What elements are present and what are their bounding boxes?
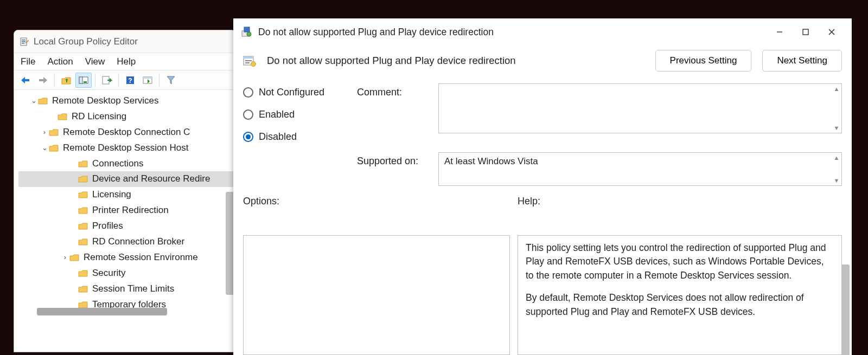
folder-icon (58, 112, 68, 121)
menu-help[interactable]: Help (117, 56, 136, 67)
options-label: Options: (243, 196, 510, 229)
tree-label: Licensing (92, 187, 131, 203)
window-close-button[interactable] (819, 21, 844, 43)
help-label: Help: (518, 196, 842, 229)
svg-rect-11 (143, 77, 152, 79)
radio-icon (243, 132, 253, 142)
folder-icon (49, 127, 60, 137)
supported-on-textbox: At least Windows Vista ▲ ▼ (438, 152, 842, 186)
chevron-down-icon[interactable]: ⌄ (40, 142, 49, 154)
next-setting-button[interactable]: Next Setting (762, 50, 842, 72)
tree-label: Session Time Limits (92, 281, 174, 297)
tree-item-security[interactable]: Security (18, 266, 235, 281)
tree-label: Remote Desktop Session Host (63, 140, 189, 156)
folder-icon (78, 284, 89, 294)
menu-view[interactable]: View (85, 56, 105, 67)
radio-label: Not Configured (259, 87, 324, 98)
supported-on-label: Supported on: (357, 152, 433, 167)
scroll-down-icon[interactable]: ▼ (833, 177, 840, 184)
tree-horizontal-scrollbar[interactable] (37, 308, 167, 315)
folder-icon (78, 159, 89, 169)
svg-rect-16 (803, 29, 808, 35)
toolbar-properties-icon[interactable] (139, 73, 156, 88)
toolbar-help-icon[interactable]: ? (122, 73, 138, 88)
radio-label: Disabled (259, 131, 297, 143)
dialog-title: Do not allow supported Plug and Play dev… (258, 27, 766, 38)
svg-rect-3 (22, 43, 24, 44)
options-box (243, 235, 510, 355)
svg-rect-6 (84, 81, 87, 83)
tree-item-printer-redirection[interactable]: Printer Redirection (18, 203, 235, 218)
folder-icon (69, 253, 80, 262)
tree-item-connections[interactable]: Connections (18, 156, 235, 172)
chevron-right-icon[interactable]: › (40, 126, 49, 138)
svg-rect-5 (79, 77, 82, 83)
tree-item-licensing[interactable]: Licensing (18, 187, 235, 203)
tree-item-rd-connection-broker[interactable]: RD Connection Broker (18, 234, 235, 250)
comment-label: Comment: (357, 83, 433, 98)
window-maximize-button[interactable] (793, 21, 818, 43)
gpedit-tree[interactable]: ⌄ Remote Desktop Services RD Licensing ›… (14, 90, 235, 315)
tree-label: Printer Redirection (92, 203, 169, 218)
dialog-title-icon (241, 26, 253, 38)
radio-label: Enabled (259, 109, 295, 120)
folder-icon (78, 190, 89, 200)
folder-icon (78, 222, 89, 231)
tree-label: Remote Desktop Connection C (63, 125, 190, 140)
textbox-scrollbar[interactable]: ▲ ▼ (833, 154, 840, 184)
radio-not-configured[interactable]: Not Configured (243, 87, 352, 98)
tree-item-profiles[interactable]: Profiles (18, 218, 235, 234)
scroll-up-icon[interactable]: ▲ (833, 154, 840, 161)
svg-point-14 (247, 32, 251, 36)
toolbar-back-icon[interactable] (17, 73, 34, 88)
gpedit-window: Local Group Policy Editor File Action Vi… (14, 30, 236, 352)
tree-item-session-time-limits[interactable]: Session Time Limits (18, 281, 235, 297)
gpedit-title: Local Group Policy Editor (34, 36, 138, 47)
dialog-vertical-scrollbar[interactable] (841, 264, 850, 355)
window-minimize-button[interactable] (767, 21, 792, 43)
gpedit-toolbar: ? (14, 70, 235, 90)
dialog-header: Do not allow supported Plug and Play dev… (243, 50, 842, 72)
svg-rect-22 (245, 62, 250, 63)
svg-point-23 (251, 62, 256, 67)
svg-rect-1 (22, 40, 25, 41)
dialog-titlebar: Do not allow supported Plug and Play dev… (233, 18, 852, 46)
policy-setting-title: Do not allow supported Plug and Play dev… (267, 55, 644, 67)
tree-item-rd-licensing[interactable]: RD Licensing (18, 109, 235, 125)
supported-on-value: At least Windows Vista (444, 156, 538, 166)
folder-icon (78, 268, 89, 278)
toolbar-filter-icon[interactable] (163, 73, 179, 88)
chevron-down-icon[interactable]: ⌄ (29, 95, 38, 107)
tree-item-rd-connection-client[interactable]: › Remote Desktop Connection C (18, 125, 235, 140)
tree-item-remote-desktop-services[interactable]: ⌄ Remote Desktop Services (18, 93, 235, 109)
svg-rect-13 (244, 27, 250, 32)
textbox-scrollbar[interactable]: ▲ ▼ (833, 86, 840, 131)
svg-rect-21 (245, 60, 252, 61)
comment-textbox[interactable]: ▲ ▼ (438, 83, 842, 133)
tree-item-device-resource-redirection[interactable]: Device and Resource Redire (18, 171, 235, 187)
toolbar-show-tree-icon[interactable] (75, 73, 92, 88)
radio-icon (243, 109, 253, 120)
folder-icon (78, 175, 89, 184)
tree-item-rd-session-host[interactable]: ⌄ Remote Desktop Session Host (18, 140, 235, 156)
tree-label: RD Connection Broker (92, 234, 184, 250)
menu-action[interactable]: Action (47, 56, 73, 67)
scroll-down-icon[interactable]: ▼ (833, 125, 840, 131)
help-text: This policy setting lets you control the… (526, 241, 834, 282)
menu-file[interactable]: File (21, 56, 35, 67)
tree-label: Remote Desktop Services (52, 93, 159, 109)
toolbar-forward-icon[interactable] (35, 73, 51, 88)
gpedit-app-icon (20, 37, 29, 47)
tree-label: RD Licensing (72, 109, 126, 125)
scroll-up-icon[interactable]: ▲ (833, 86, 840, 92)
help-text: By default, Remote Desktop Services does… (526, 291, 834, 319)
tree-item-remote-session-environment[interactable]: ›Remote Session Environme (18, 250, 235, 266)
previous-setting-button[interactable]: Previous Setting (655, 50, 752, 72)
policy-setting-dialog: Do not allow supported Plug and Play dev… (233, 18, 852, 355)
radio-enabled[interactable]: Enabled (243, 109, 352, 120)
chevron-right-icon[interactable]: › (61, 251, 69, 263)
policy-state-radiogroup: Not Configured Enabled Disabled (243, 83, 352, 143)
radio-disabled[interactable]: Disabled (243, 131, 352, 143)
toolbar-up-folder-icon[interactable] (58, 73, 74, 88)
toolbar-export-icon[interactable] (99, 73, 115, 88)
